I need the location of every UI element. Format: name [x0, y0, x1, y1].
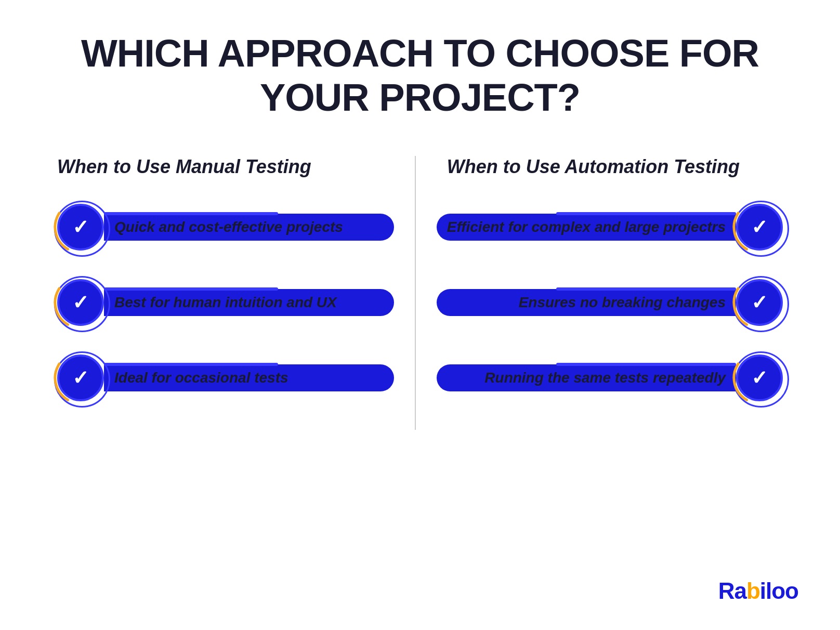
svg-point-1: [53, 275, 108, 330]
orange-arc-2: [53, 275, 108, 330]
main-title: WHICH APPROACH TO CHOOSE FOR YOUR PROJEC…: [42, 31, 798, 120]
list-item: ✓ Best for human intuition and UX: [57, 279, 384, 326]
bar-top-line-3: [104, 363, 278, 366]
svg-point-4: [732, 275, 787, 330]
orange-arc-3: [53, 350, 108, 405]
orange-arc-1: [53, 200, 108, 255]
manual-testing-column: When to Use Manual Testing ✓ Quick and c…: [42, 156, 415, 430]
item-text-3: Ideal for occasional tests: [114, 370, 288, 386]
bar-top-line-2: [104, 287, 278, 291]
orange-arc-r3: [732, 350, 787, 405]
orange-arc-r1: [732, 200, 787, 255]
automation-testing-column: When to Use Automation Testing Efficient…: [416, 156, 798, 430]
item-text-1: Quick and cost-effective projects: [114, 219, 343, 235]
svg-point-3: [732, 200, 787, 255]
list-item: Efficient for complex and large projectr…: [447, 204, 783, 251]
bar-top-line-r1: [556, 212, 736, 215]
svg-point-0: [53, 200, 108, 255]
columns-wrapper: When to Use Manual Testing ✓ Quick and c…: [42, 156, 798, 430]
item-bar-left-2: Best for human intuition and UX: [94, 279, 384, 326]
check-icon-wrapper-r3: ✓: [736, 355, 783, 401]
logo-dot-b: b: [746, 578, 760, 603]
list-item: Running the same tests repeatedly ✓: [447, 355, 783, 401]
check-icon-wrapper-3: ✓: [57, 355, 104, 401]
page-container: WHICH APPROACH TO CHOOSE FOR YOUR PROJEC…: [0, 0, 840, 630]
rabiloo-logo: Rabiloo: [718, 578, 798, 604]
svg-point-5: [732, 350, 787, 405]
title-line2: YOUR PROJECT?: [260, 76, 580, 119]
item-text-2: Best for human intuition and UX: [114, 294, 337, 311]
check-icon-wrapper-r1: ✓: [736, 204, 783, 251]
bar-top-line-1: [104, 212, 278, 215]
item-bar-right-2: Ensures no breaking changes: [447, 279, 746, 326]
list-item: ✓ Quick and cost-effective projects: [57, 204, 384, 251]
list-item: Ensures no breaking changes ✓: [447, 279, 783, 326]
item-text-r1: Efficient for complex and large projectr…: [447, 219, 726, 235]
check-icon-wrapper-r2: ✓: [736, 279, 783, 326]
item-text-r3: Running the same tests repeatedly: [484, 370, 726, 386]
title-line1: WHICH APPROACH TO CHOOSE FOR: [81, 32, 759, 75]
orange-arc-r2: [732, 275, 787, 330]
item-bar-right-1: Efficient for complex and large projectr…: [447, 204, 746, 251]
item-text-r2: Ensures no breaking changes: [519, 294, 726, 311]
item-bar-left-1: Quick and cost-effective projects: [94, 204, 384, 251]
automation-testing-title: When to Use Automation Testing: [447, 156, 783, 178]
manual-testing-title: When to Use Manual Testing: [57, 156, 384, 178]
svg-point-2: [53, 350, 108, 405]
bar-top-line-r2: [556, 287, 736, 291]
item-bar-left-3: Ideal for occasional tests: [94, 355, 384, 401]
bar-top-line-r3: [556, 363, 736, 366]
check-icon-wrapper-2: ✓: [57, 279, 104, 326]
check-icon-wrapper-1: ✓: [57, 204, 104, 251]
item-bar-right-3: Running the same tests repeatedly: [447, 355, 746, 401]
list-item: ✓ Ideal for occasional tests: [57, 355, 384, 401]
